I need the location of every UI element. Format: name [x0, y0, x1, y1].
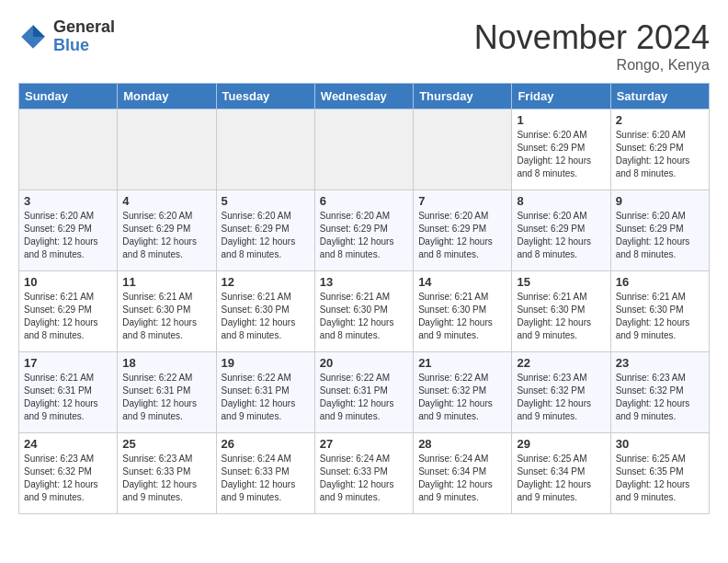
calendar-cell: 4Sunrise: 6:20 AM Sunset: 6:29 PM Daylig…	[118, 190, 216, 271]
cell-info: Sunrise: 6:25 AM Sunset: 6:35 PM Dayligh…	[616, 453, 704, 504]
day-number: 18	[122, 356, 210, 370]
page-header: General Blue November 2024 Rongo, Kenya	[18, 18, 710, 74]
location: Rongo, Kenya	[474, 57, 710, 74]
calendar-cell: 3Sunrise: 6:20 AM Sunset: 6:29 PM Daylig…	[19, 190, 118, 271]
cell-info: Sunrise: 6:20 AM Sunset: 6:29 PM Dayligh…	[418, 210, 506, 261]
cell-info: Sunrise: 6:25 AM Sunset: 6:34 PM Dayligh…	[517, 453, 605, 504]
calendar-cell: 14Sunrise: 6:21 AM Sunset: 6:30 PM Dayli…	[414, 271, 512, 352]
cell-info: Sunrise: 6:21 AM Sunset: 6:30 PM Dayligh…	[418, 291, 506, 342]
calendar-cell	[19, 109, 118, 190]
calendar-cell: 30Sunrise: 6:25 AM Sunset: 6:35 PM Dayli…	[610, 433, 709, 514]
calendar-row: 10Sunrise: 6:21 AM Sunset: 6:29 PM Dayli…	[19, 271, 710, 352]
calendar-cell: 16Sunrise: 6:21 AM Sunset: 6:30 PM Dayli…	[610, 271, 709, 352]
day-number: 20	[320, 356, 408, 370]
cell-info: Sunrise: 6:20 AM Sunset: 6:29 PM Dayligh…	[616, 129, 704, 180]
day-number: 6	[320, 194, 408, 208]
calendar-row: 24Sunrise: 6:23 AM Sunset: 6:32 PM Dayli…	[19, 433, 710, 514]
header-day: Tuesday	[216, 84, 314, 109]
logo-icon	[18, 22, 48, 52]
calendar-cell: 29Sunrise: 6:25 AM Sunset: 6:34 PM Dayli…	[512, 433, 610, 514]
header-day: Wednesday	[314, 84, 413, 109]
title-block: November 2024 Rongo, Kenya	[474, 18, 710, 74]
cell-info: Sunrise: 6:21 AM Sunset: 6:29 PM Dayligh…	[24, 291, 112, 342]
calendar-cell: 8Sunrise: 6:20 AM Sunset: 6:29 PM Daylig…	[512, 190, 610, 271]
calendar-cell: 19Sunrise: 6:22 AM Sunset: 6:31 PM Dayli…	[216, 352, 314, 433]
day-number: 3	[24, 194, 112, 208]
day-number: 27	[320, 437, 408, 451]
day-number: 22	[517, 356, 605, 370]
header-day: Monday	[118, 84, 216, 109]
calendar-cell: 2Sunrise: 6:20 AM Sunset: 6:29 PM Daylig…	[610, 109, 709, 190]
calendar-cell: 23Sunrise: 6:23 AM Sunset: 6:32 PM Dayli…	[610, 352, 709, 433]
day-number: 17	[24, 356, 112, 370]
calendar-cell: 27Sunrise: 6:24 AM Sunset: 6:33 PM Dayli…	[314, 433, 413, 514]
day-number: 10	[24, 275, 112, 289]
calendar-cell: 18Sunrise: 6:22 AM Sunset: 6:31 PM Dayli…	[118, 352, 216, 433]
month-title: November 2024	[474, 18, 710, 57]
calendar-cell: 25Sunrise: 6:23 AM Sunset: 6:33 PM Dayli…	[118, 433, 216, 514]
calendar-cell: 15Sunrise: 6:21 AM Sunset: 6:30 PM Dayli…	[512, 271, 610, 352]
calendar-cell	[414, 109, 512, 190]
cell-info: Sunrise: 6:22 AM Sunset: 6:31 PM Dayligh…	[320, 372, 408, 423]
calendar-cell: 11Sunrise: 6:21 AM Sunset: 6:30 PM Dayli…	[118, 271, 216, 352]
header-day: Friday	[512, 84, 610, 109]
cell-info: Sunrise: 6:21 AM Sunset: 6:30 PM Dayligh…	[122, 291, 210, 342]
cell-info: Sunrise: 6:23 AM Sunset: 6:33 PM Dayligh…	[122, 453, 210, 504]
calendar-cell: 13Sunrise: 6:21 AM Sunset: 6:30 PM Dayli…	[314, 271, 413, 352]
cell-info: Sunrise: 6:20 AM Sunset: 6:29 PM Dayligh…	[222, 210, 310, 261]
cell-info: Sunrise: 6:21 AM Sunset: 6:30 PM Dayligh…	[616, 291, 704, 342]
day-number: 4	[122, 194, 210, 208]
day-number: 9	[616, 194, 704, 208]
calendar-cell: 5Sunrise: 6:20 AM Sunset: 6:29 PM Daylig…	[216, 190, 314, 271]
day-number: 15	[517, 275, 605, 289]
day-number: 5	[222, 194, 310, 208]
cell-info: Sunrise: 6:24 AM Sunset: 6:33 PM Dayligh…	[320, 453, 408, 504]
day-number: 8	[517, 194, 605, 208]
calendar-cell: 26Sunrise: 6:24 AM Sunset: 6:33 PM Dayli…	[216, 433, 314, 514]
calendar-cell	[118, 109, 216, 190]
logo-blue: Blue	[53, 37, 115, 55]
cell-info: Sunrise: 6:20 AM Sunset: 6:29 PM Dayligh…	[122, 210, 210, 261]
cell-info: Sunrise: 6:20 AM Sunset: 6:29 PM Dayligh…	[616, 210, 704, 261]
day-number: 19	[222, 356, 310, 370]
day-number: 1	[517, 113, 605, 127]
calendar-row: 1Sunrise: 6:20 AM Sunset: 6:29 PM Daylig…	[19, 109, 710, 190]
cell-info: Sunrise: 6:20 AM Sunset: 6:29 PM Dayligh…	[517, 129, 605, 180]
header-day: Saturday	[610, 84, 709, 109]
calendar-cell: 20Sunrise: 6:22 AM Sunset: 6:31 PM Dayli…	[314, 352, 413, 433]
cell-info: Sunrise: 6:20 AM Sunset: 6:29 PM Dayligh…	[24, 210, 112, 261]
svg-marker-1	[33, 25, 45, 37]
calendar-cell: 24Sunrise: 6:23 AM Sunset: 6:32 PM Dayli…	[19, 433, 118, 514]
cell-info: Sunrise: 6:21 AM Sunset: 6:30 PM Dayligh…	[320, 291, 408, 342]
cell-info: Sunrise: 6:23 AM Sunset: 6:32 PM Dayligh…	[616, 372, 704, 423]
cell-info: Sunrise: 6:24 AM Sunset: 6:34 PM Dayligh…	[418, 453, 506, 504]
calendar-cell: 10Sunrise: 6:21 AM Sunset: 6:29 PM Dayli…	[19, 271, 118, 352]
calendar-cell: 12Sunrise: 6:21 AM Sunset: 6:30 PM Dayli…	[216, 271, 314, 352]
header-day: Sunday	[19, 84, 118, 109]
calendar-cell: 1Sunrise: 6:20 AM Sunset: 6:29 PM Daylig…	[512, 109, 610, 190]
day-number: 28	[418, 437, 506, 451]
calendar-cell: 7Sunrise: 6:20 AM Sunset: 6:29 PM Daylig…	[414, 190, 512, 271]
calendar-cell: 17Sunrise: 6:21 AM Sunset: 6:31 PM Dayli…	[19, 352, 118, 433]
day-number: 2	[616, 113, 704, 127]
logo-general: General	[53, 18, 115, 37]
day-number: 14	[418, 275, 506, 289]
cell-info: Sunrise: 6:23 AM Sunset: 6:32 PM Dayligh…	[24, 453, 112, 504]
day-number: 29	[517, 437, 605, 451]
cell-info: Sunrise: 6:21 AM Sunset: 6:31 PM Dayligh…	[24, 372, 112, 423]
day-number: 26	[222, 437, 310, 451]
calendar-body: 1Sunrise: 6:20 AM Sunset: 6:29 PM Daylig…	[19, 109, 710, 514]
header-day: Thursday	[414, 84, 512, 109]
day-number: 12	[222, 275, 310, 289]
calendar-table: SundayMondayTuesdayWednesdayThursdayFrid…	[18, 83, 710, 514]
calendar-cell	[314, 109, 413, 190]
cell-info: Sunrise: 6:21 AM Sunset: 6:30 PM Dayligh…	[517, 291, 605, 342]
logo: General Blue	[18, 18, 115, 55]
cell-info: Sunrise: 6:23 AM Sunset: 6:32 PM Dayligh…	[517, 372, 605, 423]
calendar-cell	[216, 109, 314, 190]
calendar-cell: 22Sunrise: 6:23 AM Sunset: 6:32 PM Dayli…	[512, 352, 610, 433]
header-row: SundayMondayTuesdayWednesdayThursdayFrid…	[19, 84, 710, 109]
day-number: 25	[122, 437, 210, 451]
day-number: 7	[418, 194, 506, 208]
calendar-row: 3Sunrise: 6:20 AM Sunset: 6:29 PM Daylig…	[19, 190, 710, 271]
